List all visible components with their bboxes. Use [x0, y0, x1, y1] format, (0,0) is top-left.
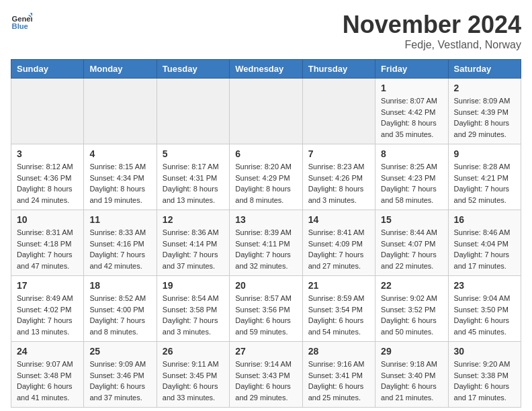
day-info: Sunrise: 9:16 AM Sunset: 3:41 PM Dayligh…	[308, 359, 369, 403]
weekday-header-wednesday: Wednesday	[230, 60, 302, 79]
day-number: 13	[235, 214, 296, 225]
weekday-header-sunday: Sunday	[11, 60, 84, 79]
week-row-2: 3Sunrise: 8:12 AM Sunset: 4:36 PM Daylig…	[11, 144, 521, 210]
calendar-cell: 6Sunrise: 8:20 AM Sunset: 4:29 PM Daylig…	[230, 144, 302, 210]
day-info: Sunrise: 8:46 AM Sunset: 4:04 PM Dayligh…	[454, 227, 515, 271]
day-number: 27	[235, 346, 296, 357]
day-number: 25	[89, 346, 150, 357]
calendar-cell: 2Sunrise: 8:09 AM Sunset: 4:39 PM Daylig…	[448, 79, 521, 144]
day-info: Sunrise: 8:12 AM Sunset: 4:36 PM Dayligh…	[17, 161, 78, 205]
calendar-title: November 2024	[343, 11, 521, 39]
calendar-cell: 22Sunrise: 9:02 AM Sunset: 3:52 PM Dayli…	[375, 276, 448, 342]
svg-text:General: General	[12, 15, 32, 23]
day-info: Sunrise: 8:09 AM Sunset: 4:39 PM Dayligh…	[454, 95, 515, 140]
weekday-header-friday: Friday	[375, 60, 448, 79]
calendar-cell: 25Sunrise: 9:09 AM Sunset: 3:46 PM Dayli…	[84, 342, 157, 408]
day-info: Sunrise: 8:59 AM Sunset: 3:54 PM Dayligh…	[308, 293, 369, 337]
calendar-subtitle: Fedje, Vestland, Norway	[343, 39, 521, 51]
day-number: 1	[381, 83, 442, 93]
week-row-3: 10Sunrise: 8:31 AM Sunset: 4:18 PM Dayli…	[11, 210, 521, 276]
day-number: 11	[89, 214, 150, 225]
calendar-cell: 23Sunrise: 9:04 AM Sunset: 3:50 PM Dayli…	[448, 276, 521, 342]
day-number: 3	[17, 148, 78, 159]
day-number: 30	[454, 346, 515, 357]
calendar-cell: 20Sunrise: 8:57 AM Sunset: 3:56 PM Dayli…	[230, 276, 302, 342]
day-number: 9	[454, 148, 515, 159]
calendar-cell: 16Sunrise: 8:46 AM Sunset: 4:04 PM Dayli…	[448, 210, 521, 276]
day-number: 2	[454, 83, 515, 93]
day-info: Sunrise: 9:04 AM Sunset: 3:50 PM Dayligh…	[454, 293, 515, 337]
day-number: 12	[163, 214, 224, 225]
calendar-cell: 12Sunrise: 8:36 AM Sunset: 4:14 PM Dayli…	[157, 210, 229, 276]
day-number: 4	[89, 148, 150, 159]
calendar-cell: 11Sunrise: 8:33 AM Sunset: 4:16 PM Dayli…	[84, 210, 157, 276]
calendar-cell: 14Sunrise: 8:41 AM Sunset: 4:09 PM Dayli…	[302, 210, 375, 276]
day-info: Sunrise: 9:20 AM Sunset: 3:38 PM Dayligh…	[454, 359, 515, 403]
calendar-cell: 27Sunrise: 9:14 AM Sunset: 3:43 PM Dayli…	[230, 342, 302, 408]
day-info: Sunrise: 8:28 AM Sunset: 4:21 PM Dayligh…	[454, 161, 515, 205]
calendar-cell: 3Sunrise: 8:12 AM Sunset: 4:36 PM Daylig…	[11, 144, 84, 210]
day-number: 29	[381, 346, 442, 357]
calendar-cell: 19Sunrise: 8:54 AM Sunset: 3:58 PM Dayli…	[157, 276, 229, 342]
calendar-cell: 5Sunrise: 8:17 AM Sunset: 4:31 PM Daylig…	[157, 144, 229, 210]
calendar-header: General Blue November 2024 Fedje, Vestla…	[11, 11, 521, 51]
logo-icon: General Blue	[11, 11, 32, 32]
day-info: Sunrise: 9:14 AM Sunset: 3:43 PM Dayligh…	[235, 359, 296, 403]
logo: General Blue	[11, 11, 32, 32]
day-info: Sunrise: 8:52 AM Sunset: 4:00 PM Dayligh…	[89, 293, 150, 337]
weekday-header-thursday: Thursday	[302, 60, 375, 79]
calendar-cell: 26Sunrise: 9:11 AM Sunset: 3:45 PM Dayli…	[157, 342, 229, 408]
day-number: 5	[163, 148, 224, 159]
day-number: 17	[17, 280, 78, 291]
svg-text:Blue: Blue	[12, 22, 28, 30]
day-info: Sunrise: 8:15 AM Sunset: 4:34 PM Dayligh…	[89, 161, 150, 205]
day-info: Sunrise: 8:07 AM Sunset: 4:42 PM Dayligh…	[381, 95, 442, 140]
calendar-cell: 9Sunrise: 8:28 AM Sunset: 4:21 PM Daylig…	[448, 144, 521, 210]
day-info: Sunrise: 8:20 AM Sunset: 4:29 PM Dayligh…	[235, 161, 296, 205]
day-info: Sunrise: 9:07 AM Sunset: 3:48 PM Dayligh…	[17, 359, 78, 403]
day-info: Sunrise: 9:02 AM Sunset: 3:52 PM Dayligh…	[381, 293, 442, 337]
calendar-cell: 13Sunrise: 8:39 AM Sunset: 4:11 PM Dayli…	[230, 210, 302, 276]
day-number: 23	[454, 280, 515, 291]
day-info: Sunrise: 8:33 AM Sunset: 4:16 PM Dayligh…	[89, 227, 150, 271]
day-info: Sunrise: 8:54 AM Sunset: 3:58 PM Dayligh…	[163, 293, 224, 337]
day-info: Sunrise: 8:41 AM Sunset: 4:09 PM Dayligh…	[308, 227, 369, 271]
weekday-header-tuesday: Tuesday	[157, 60, 229, 79]
day-number: 22	[381, 280, 442, 291]
calendar-cell: 21Sunrise: 8:59 AM Sunset: 3:54 PM Dayli…	[302, 276, 375, 342]
calendar-cell	[11, 79, 84, 144]
calendar-cell: 10Sunrise: 8:31 AM Sunset: 4:18 PM Dayli…	[11, 210, 84, 276]
day-number: 24	[17, 346, 78, 357]
day-number: 15	[381, 214, 442, 225]
week-row-1: 1Sunrise: 8:07 AM Sunset: 4:42 PM Daylig…	[11, 79, 521, 144]
day-number: 20	[235, 280, 296, 291]
day-info: Sunrise: 8:57 AM Sunset: 3:56 PM Dayligh…	[235, 293, 296, 337]
day-number: 7	[308, 148, 369, 159]
calendar-table: SundayMondayTuesdayWednesdayThursdayFrid…	[11, 59, 521, 408]
day-info: Sunrise: 8:17 AM Sunset: 4:31 PM Dayligh…	[163, 161, 224, 205]
calendar-cell: 7Sunrise: 8:23 AM Sunset: 4:26 PM Daylig…	[302, 144, 375, 210]
calendar-cell: 17Sunrise: 8:49 AM Sunset: 4:02 PM Dayli…	[11, 276, 84, 342]
calendar-cell: 1Sunrise: 8:07 AM Sunset: 4:42 PM Daylig…	[375, 79, 448, 144]
day-info: Sunrise: 8:25 AM Sunset: 4:23 PM Dayligh…	[381, 161, 442, 205]
calendar-cell: 30Sunrise: 9:20 AM Sunset: 3:38 PM Dayli…	[448, 342, 521, 408]
day-info: Sunrise: 9:18 AM Sunset: 3:40 PM Dayligh…	[381, 359, 442, 403]
calendar-cell: 8Sunrise: 8:25 AM Sunset: 4:23 PM Daylig…	[375, 144, 448, 210]
calendar-cell: 29Sunrise: 9:18 AM Sunset: 3:40 PM Dayli…	[375, 342, 448, 408]
day-info: Sunrise: 9:11 AM Sunset: 3:45 PM Dayligh…	[163, 359, 224, 403]
day-number: 26	[163, 346, 224, 357]
calendar-cell: 15Sunrise: 8:44 AM Sunset: 4:07 PM Dayli…	[375, 210, 448, 276]
day-number: 6	[235, 148, 296, 159]
day-number: 21	[308, 280, 369, 291]
day-number: 28	[308, 346, 369, 357]
week-row-5: 24Sunrise: 9:07 AM Sunset: 3:48 PM Dayli…	[11, 342, 521, 408]
calendar-cell: 4Sunrise: 8:15 AM Sunset: 4:34 PM Daylig…	[84, 144, 157, 210]
day-number: 18	[89, 280, 150, 291]
day-info: Sunrise: 8:36 AM Sunset: 4:14 PM Dayligh…	[163, 227, 224, 271]
calendar-cell	[302, 79, 375, 144]
day-number: 8	[381, 148, 442, 159]
calendar-cell	[230, 79, 302, 144]
calendar-cell: 18Sunrise: 8:52 AM Sunset: 4:00 PM Dayli…	[84, 276, 157, 342]
day-number: 10	[17, 214, 78, 225]
day-info: Sunrise: 8:39 AM Sunset: 4:11 PM Dayligh…	[235, 227, 296, 271]
